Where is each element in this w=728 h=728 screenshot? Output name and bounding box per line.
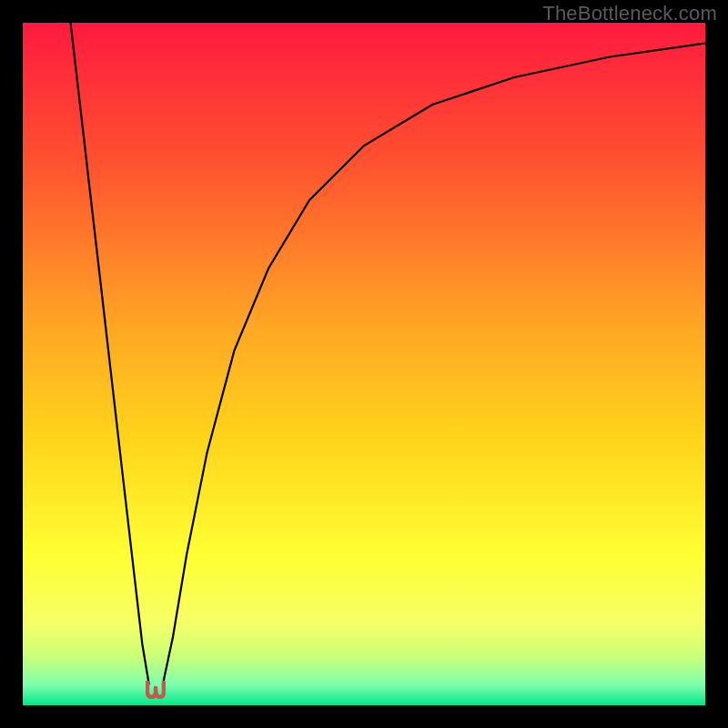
watermark-text: TheBottleneck.com [542, 2, 717, 25]
u-shape-icon [146, 681, 166, 699]
minimum-marker [146, 681, 166, 699]
chart-container: TheBottleneck.com [0, 0, 728, 728]
gradient-background [23, 23, 705, 705]
plot-area [23, 23, 705, 705]
plot-svg [23, 23, 705, 705]
